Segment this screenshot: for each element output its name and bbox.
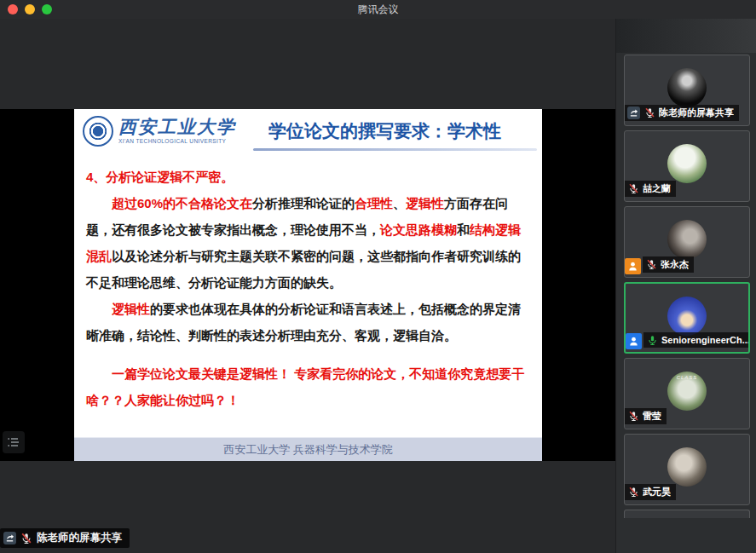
close-window-button[interactable] (8, 4, 18, 14)
participant-label: 喆之蘭 (625, 181, 676, 197)
presenter-status-chip: 陈老师的屏幕共享 (0, 528, 130, 548)
mic-muted-icon (627, 411, 639, 423)
participant-label: 武元昊 (625, 484, 676, 500)
titlebar: 腾讯会议 (0, 0, 756, 19)
presenter-chip-label: 陈老师的屏幕共享 (37, 531, 122, 545)
slide-footer: 西安工业大学 兵器科学与技术学院 (74, 437, 542, 461)
minimize-window-button[interactable] (25, 4, 35, 14)
annotation-list-icon[interactable] (3, 431, 25, 453)
participant-label: 陈老师的屏幕共享 (625, 105, 739, 121)
participant-name: SeniorengineerCh... (661, 335, 750, 345)
participant-label: SeniorengineerCh... (643, 332, 750, 348)
participant-name: 喆之蘭 (643, 182, 671, 195)
mic-muted-icon (643, 107, 655, 119)
role-badge-icon (626, 333, 642, 349)
participant-avatar: CLASS (667, 372, 707, 411)
mic-muted-icon (20, 533, 32, 544)
slide-title: 学位论文的撰写要求：学术性 (236, 119, 534, 143)
avatar-caption: CLASS (677, 375, 698, 380)
fullscreen-window-button[interactable] (42, 4, 52, 14)
presentation-slide: 西安工业大学 XI'AN TECHNOLOGICAL UNIVERSITY 学位… (74, 109, 542, 461)
participant-tile-partial[interactable] (624, 510, 750, 518)
mic-muted-icon (627, 487, 639, 498)
participant-tile[interactable]: CLASS (624, 358, 750, 429)
screen-share-badge-icon (3, 532, 16, 544)
window-title: 腾讯会议 (358, 3, 399, 17)
participant-tile[interactable]: 武元昊 (624, 434, 750, 505)
participant-name: 陈老师的屏幕共享 (659, 107, 734, 119)
university-emblem-icon (83, 116, 113, 147)
participant-label: 张永杰 (643, 256, 694, 273)
participant-tile[interactable]: 喆之蘭 (624, 130, 750, 202)
university-name-cn: 西安工业大学 (118, 118, 236, 136)
mic-muted-icon (645, 259, 657, 271)
participants-sidebar[interactable]: 陈老师的屏幕共享 (615, 19, 756, 553)
university-logo: 西安工业大学 XI'AN TECHNOLOGICAL UNIVERSITY (83, 116, 236, 147)
title-underline (253, 148, 537, 151)
slide-heading: 4、分析论证逻辑不严密。 (86, 164, 532, 190)
participant-list: 陈老师的屏幕共享 (624, 55, 750, 518)
mic-muted-icon (627, 183, 639, 195)
participant-avatar (667, 68, 707, 107)
screen-share-badge-icon (627, 107, 640, 119)
slide-header: 西安工业大学 XI'AN TECHNOLOGICAL UNIVERSITY 学位… (74, 109, 542, 153)
participant-tile[interactable]: 陈老师的屏幕共享 (624, 55, 750, 126)
slide-paragraph-3: 一篇学位论文最关键是逻辑性！ 专家看完你的论文，不知道你究竟想要干啥？？人家能让… (86, 360, 532, 413)
participant-avatar (667, 220, 707, 259)
participant-name: 张永杰 (661, 258, 689, 271)
shared-screen-area: 西安工业大学 XI'AN TECHNOLOGICAL UNIVERSITY 学位… (0, 19, 615, 553)
mic-on-icon (646, 334, 658, 346)
participant-name: 雷莹 (643, 410, 661, 423)
slide-body: 4、分析论证逻辑不严密。 超过60%的不合格论文在分析推理和论证的合理性、逻辑性… (74, 153, 542, 413)
participant-tile[interactable]: SeniorengineerCh... (624, 282, 750, 354)
participant-avatar (667, 144, 707, 183)
participant-label: 雷莹 (625, 408, 667, 424)
university-name-en: XI'AN TECHNOLOGICAL UNIVERSITY (118, 139, 236, 145)
participant-avatar (667, 297, 707, 336)
participant-avatar (667, 447, 707, 487)
slide-paragraph-2: 逻辑性的要求也体现在具体的分析论证和语言表述上，包括概念的界定清晰准确，结论性、… (86, 296, 532, 349)
participant-name: 武元昊 (643, 486, 671, 498)
shared-screen-background: 西安工业大学 XI'AN TECHNOLOGICAL UNIVERSITY 学位… (0, 109, 615, 461)
participant-tile[interactable]: 张永杰 (624, 206, 750, 278)
slide-paragraph-1: 超过60%的不合格论文在分析推理和论证的合理性、逻辑性方面存在问题，还有很多论文… (86, 190, 532, 296)
window-controls (8, 4, 52, 14)
role-badge-icon (625, 258, 641, 274)
